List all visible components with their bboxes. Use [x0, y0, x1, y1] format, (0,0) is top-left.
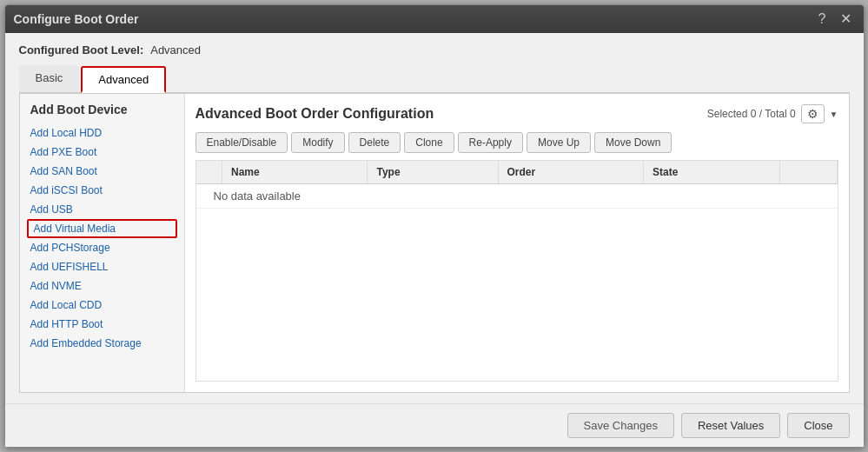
- dialog-titlebar: Configure Boot Order ? ✕: [5, 5, 864, 33]
- enable-disable-button[interactable]: Enable/Disable: [195, 132, 288, 153]
- sidebar-item-virtual-media[interactable]: Add Virtual Media: [27, 219, 177, 238]
- configured-boot-level-row: Configured Boot Level: Advanced: [19, 43, 850, 56]
- toolbar: Enable/Disable Modify Delete Clone Re-Ap…: [195, 132, 838, 153]
- close-button[interactable]: Close: [787, 413, 849, 438]
- sidebar-title: Add Boot Device: [20, 103, 184, 123]
- titlebar-controls: ? ✕: [815, 10, 855, 28]
- sidebar-item-san-boot[interactable]: Add SAN Boot: [20, 162, 184, 181]
- stats-label: Selected 0 / Total 0: [707, 108, 796, 120]
- dialog-body: Configured Boot Level: Advanced Basic Ad…: [5, 33, 864, 403]
- col-type: Type: [368, 161, 498, 184]
- col-actions: [779, 161, 837, 184]
- sidebar-item-usb[interactable]: Add USB: [20, 200, 184, 219]
- re-apply-button[interactable]: Re-Apply: [458, 132, 523, 153]
- sidebar: Add Boot Device Add Local HDD Add PXE Bo…: [20, 94, 185, 392]
- sidebar-item-nvme[interactable]: Add NVME: [20, 276, 184, 296]
- dialog-footer: Save Changes Reset Values Close: [5, 403, 864, 447]
- col-state: State: [643, 161, 779, 184]
- help-button[interactable]: ?: [815, 10, 830, 28]
- no-data-cell: No data available: [196, 184, 838, 209]
- configure-boot-order-dialog: Configure Boot Order ? ✕ Configured Boot…: [4, 4, 865, 448]
- dialog-title: Configure Boot Order: [14, 12, 139, 26]
- configured-boot-level-value: Advanced: [150, 43, 201, 56]
- boot-order-table: Name Type Order State No data available: [196, 161, 838, 209]
- reset-values-button[interactable]: Reset Values: [681, 413, 780, 438]
- content-area: Advanced Boot Order Configuration Select…: [185, 94, 849, 392]
- clone-button[interactable]: Clone: [404, 132, 454, 153]
- no-data-row: No data available: [196, 184, 838, 209]
- modify-button[interactable]: Modify: [291, 132, 344, 153]
- tab-basic[interactable]: Basic: [19, 65, 80, 92]
- header-right: Selected 0 / Total 0 ⚙ ▼: [707, 104, 838, 123]
- content-header: Advanced Boot Order Configuration Select…: [195, 104, 838, 123]
- sidebar-item-local-hdd[interactable]: Add Local HDD: [20, 123, 184, 143]
- no-data-message: No data available: [205, 181, 309, 211]
- sidebar-item-uefi-shell[interactable]: Add UEFISHELL: [20, 257, 184, 276]
- delete-button[interactable]: Delete: [348, 132, 401, 153]
- sidebar-item-local-cdd[interactable]: Add Local CDD: [20, 296, 184, 315]
- dropdown-arrow-icon: ▼: [830, 110, 838, 119]
- tab-advanced[interactable]: Advanced: [81, 66, 166, 93]
- move-down-button[interactable]: Move Down: [594, 132, 672, 153]
- sidebar-item-iscsi-boot[interactable]: Add iSCSI Boot: [20, 181, 184, 200]
- sidebar-item-embedded-storage[interactable]: Add Embedded Storage: [20, 334, 184, 353]
- gear-settings-button[interactable]: ⚙: [801, 104, 825, 123]
- sidebar-item-pxe-boot[interactable]: Add PXE Boot: [20, 143, 184, 162]
- configured-boot-level-label: Configured Boot Level:: [19, 43, 144, 56]
- main-content: Add Boot Device Add Local HDD Add PXE Bo…: [19, 93, 850, 393]
- tab-bar: Basic Advanced: [19, 65, 850, 93]
- content-title: Advanced Boot Order Configuration: [195, 106, 434, 122]
- sidebar-item-http-boot[interactable]: Add HTTP Boot: [20, 315, 184, 334]
- save-changes-button[interactable]: Save Changes: [567, 413, 674, 438]
- sidebar-item-pch-storage[interactable]: Add PCHStorage: [20, 238, 184, 257]
- close-icon-button[interactable]: ✕: [837, 10, 855, 28]
- data-table: Name Type Order State No data available: [195, 160, 838, 382]
- move-up-button[interactable]: Move Up: [527, 132, 591, 153]
- col-order: Order: [498, 161, 643, 184]
